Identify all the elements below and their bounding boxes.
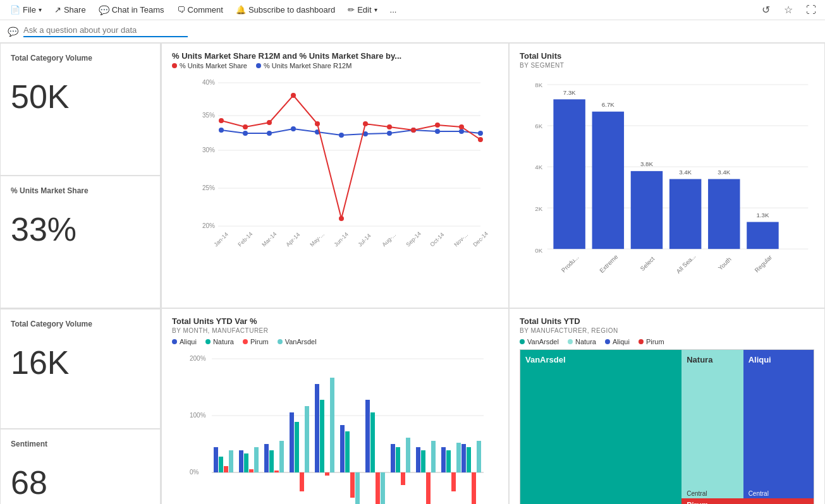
treemap-card: Total Units YTD BY MANUFACTURER, REGION … — [509, 308, 825, 504]
svg-rect-79 — [229, 450, 233, 472]
line-chart-legend: % Units Market Share % Units Market Shar… — [172, 62, 498, 69]
svg-point-32 — [459, 124, 464, 129]
qa-input[interactable] — [23, 25, 188, 35]
svg-text:Youth: Youth — [717, 256, 733, 272]
svg-rect-108 — [416, 447, 420, 472]
fullscreen-button[interactable]: ⛶ — [802, 1, 820, 19]
svg-text:Produ...: Produ... — [560, 254, 580, 274]
svg-point-12 — [267, 131, 272, 136]
svg-point-10 — [219, 128, 224, 133]
svg-text:Regular: Regular — [754, 253, 774, 273]
dot-vanarsdel-tm — [520, 339, 525, 344]
svg-text:Mar-14: Mar-14 — [260, 231, 278, 248]
svg-rect-112 — [441, 447, 446, 472]
svg-rect-118 — [472, 472, 476, 504]
svg-text:Nov-...: Nov-... — [453, 232, 469, 248]
legend-aliqui: Aliqui — [172, 338, 197, 345]
svg-rect-87 — [279, 441, 284, 472]
svg-text:3.4K: 3.4K — [679, 169, 692, 176]
comment-button[interactable]: 🗨 Comment — [172, 3, 228, 17]
svg-rect-116 — [461, 444, 466, 472]
kpi2-value: 33% — [11, 213, 150, 246]
svg-rect-84 — [264, 444, 269, 472]
svg-point-24 — [267, 120, 272, 125]
dashboard: Total Category Volume 50K % Units Market… — [0, 43, 825, 504]
svg-rect-95 — [330, 378, 334, 472]
legend-item-red: % Units Market Share — [172, 62, 247, 69]
kpi4-label: Sentiment — [11, 440, 150, 448]
share-button[interactable]: ↗ Share — [49, 3, 91, 17]
ytd-bar-chart-card: Total Units YTD Var % BY MONTH, MANUFACT… — [161, 308, 509, 504]
svg-point-11 — [243, 131, 248, 136]
svg-point-30 — [411, 128, 416, 133]
svg-rect-76 — [214, 447, 218, 472]
legend-aliqui-tm: Aliqui — [605, 338, 630, 345]
svg-point-31 — [435, 123, 440, 128]
svg-text:May-...: May-... — [309, 231, 326, 248]
chat-icon: 💬 — [99, 5, 109, 15]
svg-text:Dec-14: Dec-14 — [472, 231, 489, 248]
svg-rect-100 — [365, 400, 370, 472]
svg-point-13 — [291, 126, 296, 131]
svg-rect-119 — [477, 441, 481, 472]
svg-text:4K: 4K — [535, 164, 542, 171]
svg-rect-114 — [451, 472, 456, 491]
ytd-chart-title: Total Units YTD Var % — [172, 316, 498, 326]
ytd-chart-subtitle: BY MONTH, MANUFACTURER — [172, 327, 498, 334]
treemap-vanarsdel-central: Central — [520, 498, 681, 504]
svg-text:Aug-...: Aug-... — [381, 232, 397, 248]
svg-rect-93 — [320, 400, 324, 472]
svg-point-17 — [387, 131, 392, 136]
treemap-subtitle: BY MANUFACTURER, REGION — [520, 327, 814, 334]
svg-rect-102 — [376, 472, 380, 504]
svg-point-19 — [435, 129, 440, 134]
subscribe-button[interactable]: 🔔 Subscribe to dashboard — [231, 3, 340, 17]
bar-chart-svg: 8K 6K 4K 2K 0K 7.3K Produ... 6.7K Extrem… — [520, 73, 814, 306]
refresh-button[interactable]: ↺ — [757, 1, 774, 19]
treemap-vanarsdel: VanArsdel — [520, 350, 681, 498]
svg-text:0K: 0K — [535, 247, 542, 254]
file-label: File — [23, 5, 36, 15]
svg-rect-91 — [305, 406, 309, 472]
file-menu[interactable]: 📄 File ▾ — [5, 3, 47, 17]
svg-point-25 — [291, 93, 296, 98]
svg-rect-92 — [315, 384, 319, 472]
chat-button[interactable]: 💬 Chat in Teams — [94, 3, 169, 18]
bar-youth — [708, 179, 740, 249]
bar-allsea — [669, 179, 701, 249]
toolbar: 📄 File ▾ ↗ Share 💬 Chat in Teams 🗨 Comme… — [0, 0, 825, 20]
bar-select — [631, 171, 663, 249]
qa-bar: 💬 — [0, 20, 825, 43]
toolbar-right: ↺ ☆ ⛶ — [757, 1, 820, 19]
svg-rect-77 — [219, 457, 223, 472]
comment-icon: 🗨 — [177, 5, 185, 15]
svg-rect-80 — [239, 450, 243, 472]
kpi3-value: 16K — [11, 346, 150, 379]
legend-natura: Natura — [205, 338, 234, 345]
kpi4-value: 68 — [11, 466, 150, 499]
svg-rect-115 — [456, 443, 461, 472]
favorite-button[interactable]: ☆ — [779, 1, 797, 19]
svg-rect-113 — [446, 450, 451, 472]
treemap-legend: VanArsdel Natura Aliqui Pirum — [520, 338, 814, 345]
svg-text:30%: 30% — [202, 147, 215, 153]
svg-rect-89 — [295, 422, 299, 472]
more-button[interactable]: ... — [385, 3, 402, 17]
comment-label: Comment — [188, 5, 223, 15]
svg-text:Select: Select — [639, 255, 656, 272]
svg-text:25%: 25% — [202, 184, 215, 191]
svg-text:Feb-14: Feb-14 — [236, 231, 254, 248]
svg-text:35%: 35% — [202, 112, 215, 119]
svg-text:Oct-14: Oct-14 — [429, 231, 445, 248]
svg-point-23 — [243, 124, 248, 129]
dot-aliqui-tm — [605, 339, 610, 344]
svg-point-20 — [459, 129, 464, 134]
kpi2-label: % Units Market Share — [11, 186, 150, 195]
svg-rect-83 — [254, 447, 259, 472]
kpi-total-category-volume2: Total Category Volume 16K — [0, 309, 161, 429]
svg-rect-96 — [340, 425, 345, 472]
svg-text:8K: 8K — [535, 81, 542, 88]
edit-button[interactable]: ✏ Edit ▾ — [343, 3, 382, 17]
svg-rect-110 — [426, 472, 431, 504]
svg-rect-109 — [421, 450, 425, 472]
